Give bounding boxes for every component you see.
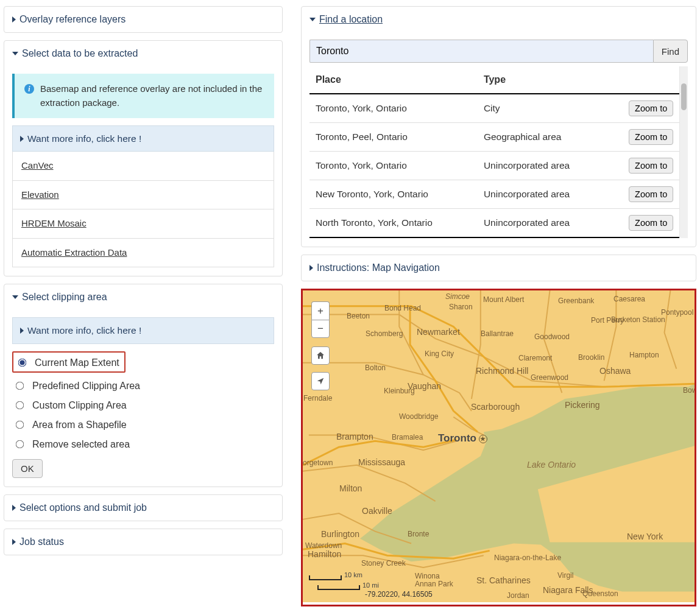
- dataset-link[interactable]: Automatic Extraction Data: [21, 247, 127, 258]
- result-place: North Toronto, York, Ontario: [309, 209, 478, 238]
- caret-right-icon: [20, 328, 24, 334]
- caret-right-icon: [12, 505, 16, 511]
- more-info-label: Want more info, click here !: [27, 323, 141, 337]
- result-type: Geographical area: [478, 123, 606, 152]
- result-row: Toronto, York, OntarioCityZoom to: [309, 94, 679, 123]
- map-place-label: Goodwood: [534, 331, 570, 342]
- panel-select-data: Select data to be extracted i Basemap an…: [4, 40, 283, 276]
- result-row: Toronto, Peel, OntarioGeographical areaZ…: [309, 123, 679, 152]
- clip-option-shapefile[interactable]: Area from a Shapefile: [12, 415, 274, 435]
- result-row: Toronto, York, OntarioUnincorporated are…: [309, 152, 679, 180]
- map-place-label: Queenston: [582, 588, 618, 599]
- clip-option-remove[interactable]: Remove selected area: [12, 435, 274, 454]
- map-place-label: Greenwood: [531, 372, 568, 383]
- panel-find-location: Find a location Find Place Type: [301, 6, 696, 247]
- map-place-label: King City: [425, 348, 454, 359]
- ok-button[interactable]: OK: [12, 459, 43, 478]
- zoom-out-button[interactable]: −: [311, 320, 330, 338]
- results-scrollbar[interactable]: [679, 66, 688, 238]
- map-place-label: Brampton: [336, 430, 373, 443]
- map-place-label: Ballantrae: [481, 328, 514, 339]
- map-place-label: Virgil: [557, 570, 573, 581]
- scrollbar-thumb[interactable]: [681, 83, 687, 110]
- radio-custom[interactable]: [16, 401, 24, 410]
- panel-select-data-header[interactable]: Select data to be extracted: [4, 41, 282, 66]
- locate-button[interactable]: [311, 372, 330, 390]
- zoom-to-button[interactable]: Zoom to: [629, 186, 673, 202]
- panel-title: Select options and submit job: [19, 501, 147, 515]
- radio-current-extent[interactable]: [18, 359, 27, 367]
- map-place-label: Ferndale: [303, 393, 332, 404]
- panel-clipping-header[interactable]: Select clipping area: [4, 284, 282, 310]
- zoom-to-button[interactable]: Zoom to: [629, 215, 673, 231]
- map-place-label: Waterdown: [305, 540, 342, 551]
- map-place-label: Kleinburg: [384, 385, 415, 396]
- caret-right-icon: [12, 539, 16, 545]
- map-viewport[interactable]: + − Toronto Lake Ontario SimcoeBond Head…: [301, 289, 696, 606]
- map-place-label: Oshawa: [599, 365, 631, 378]
- more-info-toggle[interactable]: Want more info, click here !: [12, 125, 274, 152]
- result-place: Toronto, Peel, Ontario: [309, 123, 478, 152]
- results-table: Place Type Toronto, York, OntarioCityZoo…: [309, 66, 679, 238]
- clip-option-predefined[interactable]: Predefined Clipping Area: [12, 376, 274, 396]
- result-place: New Toronto, York, Ontario: [309, 180, 478, 209]
- map-place-label: Bow: [683, 385, 696, 396]
- result-row: New Toronto, York, OntarioUnincorporated…: [309, 180, 679, 209]
- dataset-list: CanVec Elevation HRDEM Mosaic Automatic …: [12, 152, 274, 267]
- map-place-label: Annan Park: [415, 578, 453, 589]
- panel-instructions[interactable]: Instructions: Map Navigation: [301, 255, 696, 281]
- panel-title: Select data to be extracted: [22, 46, 138, 61]
- map-place-label: Bramalea: [392, 432, 423, 443]
- result-type: Unincorporated area: [478, 209, 606, 238]
- selected-clip-highlight: Current Map Extent: [12, 351, 126, 373]
- panel-title: Select clipping area: [22, 290, 107, 304]
- radio-predefined[interactable]: [16, 382, 24, 390]
- panel-clipping-area: Select clipping area Want more info, cli…: [4, 284, 283, 487]
- map-place-label: Mississauga: [358, 456, 405, 469]
- panel-title: Find a location: [319, 12, 383, 27]
- locate-arrow-icon: [316, 377, 325, 385]
- zoom-to-button[interactable]: Zoom to: [629, 129, 673, 145]
- map-place-label: Oakville: [362, 505, 392, 518]
- map-place-label: Jordan: [507, 590, 529, 601]
- more-info-label: Want more info, click here !: [27, 132, 141, 146]
- clip-option-custom[interactable]: Custom Clipping Area: [12, 396, 274, 415]
- result-place: Toronto, York, Ontario: [309, 152, 478, 180]
- caret-down-icon: [12, 52, 18, 55]
- result-type: Unincorporated area: [478, 152, 606, 180]
- dataset-link[interactable]: Elevation: [21, 189, 59, 200]
- panel-overlay-layers[interactable]: Overlay reference layers: [4, 6, 283, 33]
- dataset-link[interactable]: CanVec: [21, 160, 54, 170]
- radio-shapefile[interactable]: [16, 421, 24, 429]
- panel-submit-job[interactable]: Select options and submit job: [4, 494, 283, 521]
- clip-option-current-extent[interactable]: Current Map Extent: [18, 356, 119, 370]
- dataset-link[interactable]: HRDEM Mosaic: [21, 218, 87, 228]
- info-box: i Basemap and reference overlay are not …: [12, 74, 274, 118]
- caret-down-icon: [12, 295, 18, 299]
- more-info-toggle[interactable]: Want more info, click here !: [12, 317, 274, 343]
- panel-find-header[interactable]: Find a location: [302, 7, 696, 32]
- map-place-label: Schomberg: [366, 328, 403, 339]
- map-place-label: Greenbank: [558, 295, 594, 306]
- map-place-label: Woodbridge: [399, 411, 439, 422]
- map-locate-control: [311, 372, 330, 390]
- map-place-label: Newmarket: [417, 326, 460, 339]
- zoom-to-button[interactable]: Zoom to: [629, 100, 673, 116]
- radio-remove[interactable]: [16, 440, 24, 449]
- panel-job-status[interactable]: Job status: [4, 529, 283, 555]
- panel-title: Instructions: Map Navigation: [317, 261, 440, 275]
- home-button[interactable]: [311, 346, 330, 365]
- location-search-input[interactable]: [309, 40, 653, 63]
- result-row: North Toronto, York, OntarioUnincorporat…: [309, 209, 679, 238]
- find-button[interactable]: Find: [653, 40, 688, 63]
- map-place-label: Niagara-on-the-Lake: [494, 552, 561, 563]
- radio-label: Custom Clipping Area: [32, 398, 127, 413]
- map-place-label: Pickering: [565, 399, 600, 412]
- map-scale-bar: 10 km 10 mi: [309, 570, 379, 590]
- zoom-in-button[interactable]: +: [311, 301, 330, 320]
- zoom-to-button[interactable]: Zoom to: [629, 158, 673, 174]
- map-place-label: New York: [627, 530, 663, 543]
- map-place-label: Scarborough: [471, 401, 520, 413]
- capital-star-icon: [479, 435, 487, 443]
- panel-title: Overlay reference layers: [19, 12, 126, 27]
